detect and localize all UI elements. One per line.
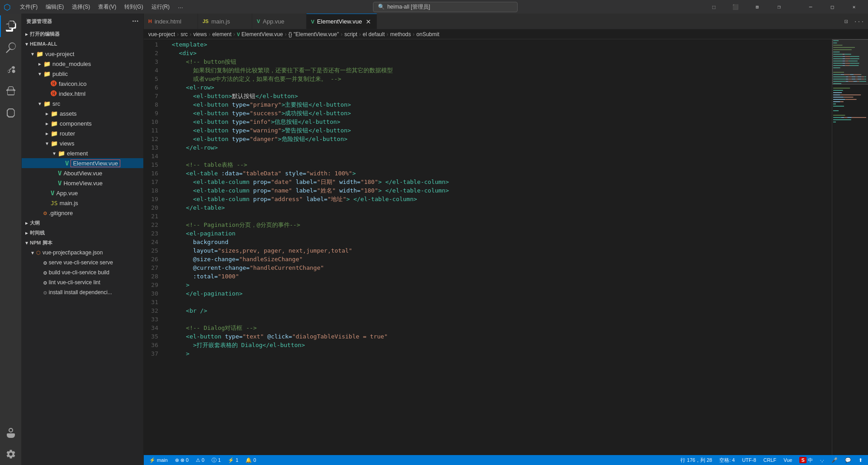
- npm-serve[interactable]: ⚙ serve vue-cli-service serve: [22, 258, 143, 268]
- main-area: 资源管理器 ··· ▶ 打开的编辑器 ▼ HEIMA-ALL ▼ 📁 vue-p…: [0, 14, 868, 465]
- home-view-label: HomeView.vue: [63, 180, 102, 187]
- tab-element-view[interactable]: V ElementView.vue ✕: [307, 14, 377, 29]
- layout-icon-3[interactable]: ⊞: [747, 0, 768, 14]
- activity-account[interactable]: [0, 422, 22, 443]
- code-editor[interactable]: 1234567891011121314151617181920212223242…: [144, 39, 832, 455]
- breadcrumb-element-view[interactable]: V ElementView.vue: [237, 31, 283, 38]
- breadcrumb-src[interactable]: src: [180, 31, 188, 38]
- sep-9: ›: [413, 31, 415, 38]
- open-editors-arrow: ▶: [25, 32, 28, 37]
- bell-icon: 🔔: [245, 457, 252, 463]
- tree-src[interactable]: ▼ 📁 src: [22, 99, 143, 108]
- sidebar-more-button[interactable]: ···: [132, 17, 139, 25]
- section-timeline[interactable]: ▶ 时间线: [22, 228, 143, 238]
- tree-about-view[interactable]: V AboutView.vue: [22, 168, 143, 178]
- tree-favicon[interactable]: 🅗 favicon.ico: [22, 79, 143, 89]
- tree-node-modules[interactable]: ▶ 📁 node_modules: [22, 59, 143, 69]
- menu-select[interactable]: 选择(S): [68, 2, 94, 12]
- section-npm[interactable]: ▼ NPM 脚本: [22, 238, 143, 248]
- close-button[interactable]: ✕: [844, 0, 864, 14]
- breadcrumb-default[interactable]: el default: [363, 31, 385, 38]
- status-encoding[interactable]: UTF-8: [740, 457, 758, 463]
- status-spaces[interactable]: 空格: 4: [717, 457, 736, 464]
- breadcrumb-element-view-obj[interactable]: {} "ElementView.vue": [288, 31, 339, 38]
- breadcrumb-onsubmit[interactable]: onSubmit: [416, 31, 439, 38]
- tab-main-js[interactable]: JS main.js ✕: [198, 14, 252, 29]
- code-line-15: <!-- table表格 -->: [172, 160, 832, 169]
- npm-lint[interactable]: ⚙ lint vue-cli-service lint: [22, 277, 143, 287]
- tab-close-element-view[interactable]: ✕: [365, 18, 372, 25]
- breadcrumb-vue-project[interactable]: vue-project: [148, 31, 175, 38]
- layout-icon-2[interactable]: ⬛: [725, 0, 746, 14]
- section-outline[interactable]: ▶ 大纲: [22, 218, 143, 228]
- menu-view[interactable]: 查看(V): [94, 2, 120, 12]
- section-open-editors[interactable]: ▶ 打开的编辑器: [22, 29, 143, 39]
- breadcrumb-element[interactable]: element: [212, 31, 231, 38]
- status-warnings[interactable]: ⚠ 0: [194, 457, 206, 463]
- menu-run[interactable]: 运行(R): [148, 2, 174, 12]
- status-language[interactable]: Vue: [782, 457, 794, 463]
- tree-views[interactable]: ▼ 📁 views: [22, 138, 143, 148]
- menu-file[interactable]: 文件(F): [16, 2, 41, 12]
- status-line-col[interactable]: 行 176，列 28: [679, 457, 714, 464]
- status-info[interactable]: ⓘ 1: [210, 457, 222, 464]
- breadcrumb-views[interactable]: views: [193, 31, 207, 38]
- maximize-button[interactable]: □: [822, 0, 843, 14]
- activity-source-control[interactable]: [0, 59, 22, 80]
- code-line-2: <div>: [172, 49, 832, 57]
- status-git[interactable]: ⚡ main: [147, 457, 170, 463]
- status-bell[interactable]: 🔔 0: [244, 457, 258, 463]
- activity-explorer[interactable]: [0, 15, 22, 37]
- minimize-button[interactable]: ─: [800, 0, 821, 14]
- activity-debug[interactable]: [0, 80, 22, 102]
- activity-extensions[interactable]: [0, 102, 22, 124]
- menu-more[interactable]: …: [174, 2, 187, 12]
- info-count: 1: [218, 457, 221, 463]
- code-line-37: >: [172, 349, 832, 358]
- layout-icon-1[interactable]: ⬚: [703, 0, 724, 14]
- tree-components[interactable]: ▶ 📁 components: [22, 118, 143, 128]
- tab-app-vue[interactable]: V App.vue ✕: [252, 14, 307, 29]
- activity-settings[interactable]: [0, 443, 22, 465]
- search-box[interactable]: 🔍 heima-all [管理员]: [373, 2, 518, 12]
- split-editor-button[interactable]: ⊡: [841, 16, 852, 27]
- menu-goto[interactable]: 转到(G): [121, 2, 146, 12]
- status-squiggles[interactable]: ⚡ 1: [226, 457, 240, 463]
- section-heima-all[interactable]: ▼ HEIMA-ALL: [22, 39, 143, 49]
- status-errors[interactable]: ⊗ ⊗ 0: [173, 457, 190, 463]
- tree-index-html[interactable]: 🅗 index.html: [22, 89, 143, 99]
- status-share[interactable]: ⬆: [857, 457, 864, 463]
- status-chat[interactable]: 💬: [843, 457, 853, 463]
- more-actions-button[interactable]: ···: [854, 16, 864, 27]
- tree-router[interactable]: ▶ 📁 router: [22, 128, 143, 138]
- tab-index-html[interactable]: H index.html ✕: [144, 14, 198, 29]
- tree-assets[interactable]: ▶ 📁 assets: [22, 108, 143, 118]
- npm-install[interactable]: ⚙ install install dependenci...: [22, 287, 143, 297]
- layout-icon-4[interactable]: ❒: [769, 0, 789, 14]
- code-line-19: <el-table-column prop="address" label="地…: [172, 195, 832, 203]
- code-line-17: <el-table-column prop="date" label="日期" …: [172, 178, 832, 186]
- npm-build[interactable]: ⚙ build vue-cli-service build: [22, 268, 143, 277]
- status-dots[interactable]: ·,·: [818, 457, 826, 463]
- tree-app-vue[interactable]: V App.vue: [22, 188, 143, 198]
- code-line-18: <el-table-column prop="name" label="姓名" …: [172, 186, 832, 195]
- tree-home-view[interactable]: V HomeView.vue: [22, 178, 143, 188]
- tree-element-folder[interactable]: ▼ 📁 element: [22, 148, 143, 158]
- status-chinese[interactable]: S 中: [797, 457, 814, 464]
- npm-package-json[interactable]: ▼ ⬡ vue-project\package.json: [22, 248, 143, 258]
- menu-edit[interactable]: 编辑(E): [42, 2, 67, 12]
- sidebar-title-text: 资源管理器: [26, 18, 52, 25]
- tree-public[interactable]: ▼ 📁 public: [22, 69, 143, 79]
- tree-gitignore[interactable]: ⚙ .gitignore: [22, 208, 143, 218]
- code-content[interactable]: <template> <div> <!-- button按钮 如果我们复制的组件…: [167, 39, 832, 455]
- activity-search[interactable]: [0, 37, 22, 59]
- node-modules-label: node_modules: [52, 61, 91, 67]
- breadcrumb-script[interactable]: script: [344, 31, 358, 38]
- tree-vue-project[interactable]: ▼ 📁 vue-project: [22, 49, 143, 59]
- tree-main-js[interactable]: JS main.js: [22, 198, 143, 208]
- tree-element-view-vue[interactable]: V ElementView.vue: [22, 158, 143, 168]
- minimap-viewport[interactable]: [832, 39, 868, 85]
- status-mic[interactable]: 🎤: [830, 457, 840, 463]
- breadcrumb-methods[interactable]: methods: [390, 31, 411, 38]
- status-line-ending[interactable]: CRLF: [762, 457, 778, 463]
